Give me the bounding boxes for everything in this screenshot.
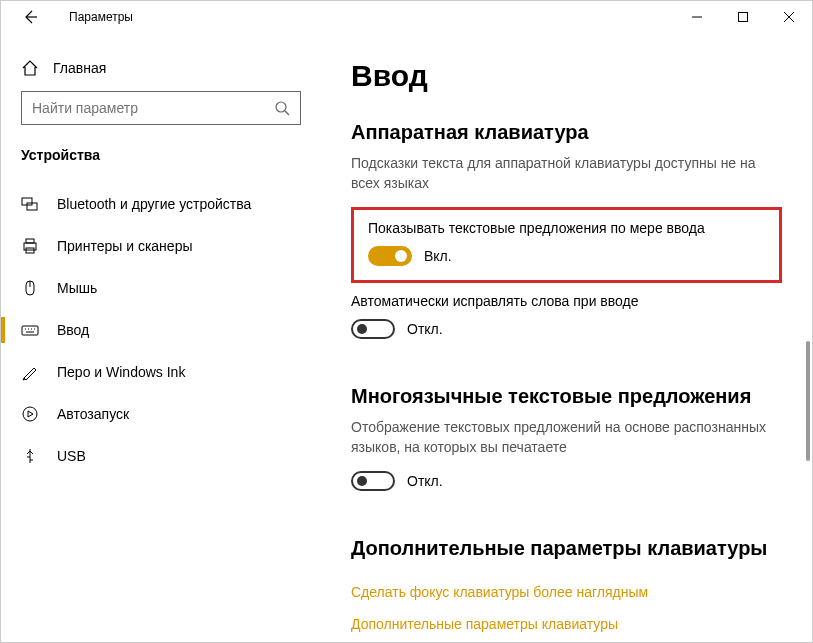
suggestions-label: Показывать текстовые предложения по мере… [368,220,765,236]
home-label: Главная [53,60,106,76]
multilingual-toggle-state: Откл. [407,473,443,489]
bluetooth-icon [21,195,39,213]
window-title: Параметры [69,10,133,24]
printer-icon [21,237,39,255]
hardware-keyboard-heading: Аппаратная клавиатура [351,121,782,144]
maximize-icon [738,12,748,22]
minimize-icon [692,12,702,22]
sidebar-item-label: Ввод [57,322,89,338]
svg-rect-8 [22,326,38,335]
sidebar-item-usb[interactable]: USB [1,435,321,477]
sidebar-item-typing[interactable]: Ввод [1,309,321,351]
sidebar-item-pen[interactable]: Перо и Windows Ink [1,351,321,393]
sidebar-section-label: Устройства [1,143,321,183]
maximize-button[interactable] [720,1,766,33]
search-box[interactable] [21,91,301,125]
sidebar-item-label: Принтеры и сканеры [57,238,192,254]
multilingual-heading: Многоязычные текстовые предложения [351,385,782,408]
hardware-keyboard-desc: Подсказки текста для аппаратной клавиату… [351,154,782,193]
suggestions-toggle[interactable] [368,246,412,266]
minimize-button[interactable] [674,1,720,33]
search-icon [274,100,290,116]
close-button[interactable] [766,1,812,33]
advanced-heading: Дополнительные параметры клавиатуры [351,537,782,560]
sidebar-item-label: Перо и Windows Ink [57,364,185,380]
page-title: Ввод [351,59,782,93]
arrow-left-icon [22,9,38,25]
close-icon [784,12,794,22]
focus-link[interactable]: Сделать фокус клавиатуры более наглядным [351,584,782,600]
suggestions-toggle-state: Вкл. [424,248,452,264]
search-input[interactable] [32,100,274,116]
multilingual-toggle[interactable] [351,471,395,491]
autocorrect-toggle[interactable] [351,319,395,339]
multilingual-desc: Отображение текстовых предложений на осн… [351,418,782,457]
sidebar: Главная Устройства Bluetooth и другие ус… [1,33,321,642]
home-icon [21,59,39,77]
pen-icon [21,363,39,381]
sidebar-item-label: Автозапуск [57,406,129,422]
sidebar-item-label: Мышь [57,280,97,296]
sidebar-item-bluetooth[interactable]: Bluetooth и другие устройства [1,183,321,225]
autocorrect-toggle-state: Откл. [407,321,443,337]
keyboard-icon [21,321,39,339]
back-button[interactable] [19,6,41,28]
advanced-link[interactable]: Дополнительные параметры клавиатуры [351,616,782,632]
mouse-icon [21,279,39,297]
usb-icon [21,447,39,465]
sidebar-item-autoplay[interactable]: Автозапуск [1,393,321,435]
autoplay-icon [21,405,39,423]
sidebar-item-label: USB [57,448,86,464]
svg-rect-5 [26,239,34,243]
sidebar-item-mouse[interactable]: Мышь [1,267,321,309]
sidebar-item-printers[interactable]: Принтеры и сканеры [1,225,321,267]
autocorrect-label: Автоматически исправлять слова при вводе [351,293,782,309]
scrollbar-thumb[interactable] [806,341,810,461]
main-content: Ввод Аппаратная клавиатура Подсказки тек… [321,33,812,642]
svg-point-9 [23,407,37,421]
svg-rect-0 [739,13,748,22]
home-link[interactable]: Главная [1,53,321,91]
sidebar-item-label: Bluetooth и другие устройства [57,196,251,212]
highlighted-setting: Показывать текстовые предложения по мере… [351,207,782,283]
svg-point-1 [276,102,286,112]
